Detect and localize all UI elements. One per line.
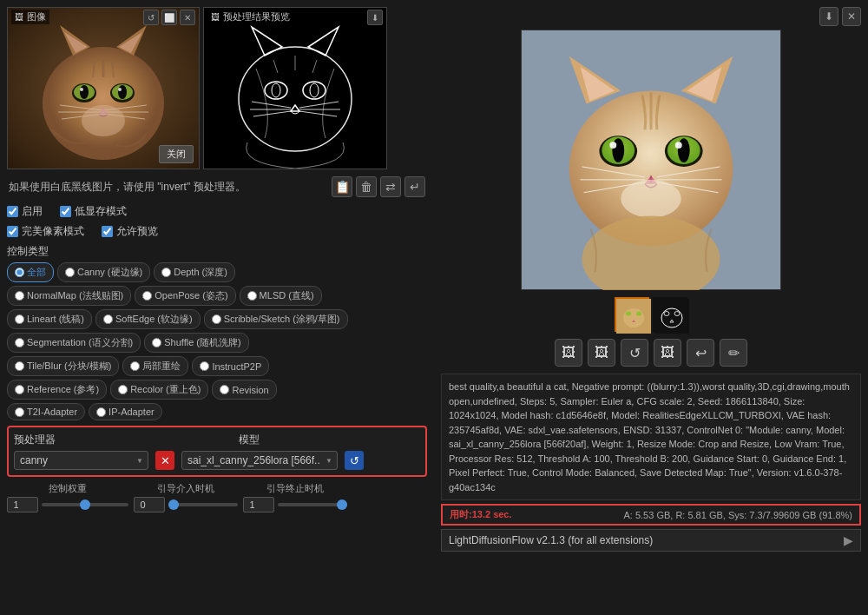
copy-icon[interactable]: 📋	[332, 176, 352, 197]
download-icon[interactable]: ⬜	[161, 10, 177, 25]
download-result-icon[interactable]: ⬇	[819, 7, 838, 26]
weight-label: 控制权重	[7, 482, 128, 495]
radio-tile-blur[interactable]: Tile/Blur (分块/模糊)	[7, 356, 119, 376]
svg-point-65	[623, 308, 644, 327]
radio-normalmap[interactable]: NormalMap (法线贴图)	[7, 286, 131, 306]
enable-checkbox[interactable]: 启用	[7, 204, 43, 219]
radio-t2i[interactable]: T2I-Adapter	[7, 403, 85, 420]
radio-row-4: Segmentation (语义分割) Shuffle (随机洗牌)	[7, 333, 427, 353]
radio-reference[interactable]: Reference (参考)	[7, 380, 107, 400]
svg-point-15	[80, 88, 83, 91]
radio-row-7: T2I-Adapter IP-Adapter	[7, 403, 427, 420]
radio-row-1: 全部 Canny (硬边缘) Depth (深度)	[7, 262, 427, 282]
svg-point-66	[626, 312, 631, 316]
refresh-model-button[interactable]: ↺	[345, 451, 364, 470]
radio-row-2: NormalMap (法线贴图) OpenPose (姿态) MLSD (直线)	[7, 286, 427, 306]
end-slider-group: 引导终止时机	[243, 482, 347, 512]
start-label: 引导介入时机	[134, 482, 238, 495]
sliders-row: 控制权重 引导介入时机 引导终止时机	[7, 482, 427, 512]
preprocessor-select[interactable]: canny	[14, 451, 148, 470]
radio-all[interactable]: 全部	[7, 262, 54, 282]
perfect-pixel-checkbox[interactable]: 完美像素模式	[7, 224, 84, 239]
radio-mlsd[interactable]: MLSD (直线)	[240, 286, 322, 306]
thumbnail-cat[interactable]	[615, 297, 649, 332]
radio-lineart[interactable]: Lineart (线稿)	[7, 309, 92, 329]
svg-point-62	[621, 180, 681, 218]
footer-bar: LightDiffusionFlow v2.1.3 (for all exten…	[441, 529, 861, 552]
zip-icon[interactable]: ↩	[687, 339, 714, 367]
radio-softedge[interactable]: SoftEdge (软边缘)	[95, 309, 201, 329]
end-slider[interactable]	[278, 503, 347, 506]
radio-recolor[interactable]: Recolor (重上色)	[110, 380, 208, 400]
generation-info: best quality,a beautiful a cat, Negative…	[441, 374, 861, 500]
svg-point-53	[675, 142, 682, 149]
footer-label: LightDiffusionFlow v2.1.3 (for all exten…	[449, 534, 653, 546]
edit-icon[interactable]: ✏	[720, 339, 747, 367]
low-vram-checkbox[interactable]: 低显存模式	[60, 204, 127, 219]
svg-point-16	[118, 88, 122, 91]
svg-point-13	[80, 85, 89, 99]
original-image-box: 🖼 图像 ↺ ⬜ ✕	[7, 7, 200, 169]
sketch-preview-box: 🖼 预处理结果预览 ⬇	[203, 7, 387, 169]
checkbox-row-2: 完美像素模式 允许预览	[7, 224, 427, 239]
original-image-controls: ↺ ⬜ ✕	[143, 10, 195, 25]
footer-triangle-icon[interactable]: ▶	[844, 533, 853, 547]
svg-point-14	[118, 85, 127, 99]
weight-number[interactable]	[7, 497, 38, 512]
thumbnail-sketch[interactable]	[653, 297, 687, 332]
model-select[interactable]: sai_xl_canny_256lora [566f...	[181, 451, 338, 470]
start-slider-group: 引导介入时机	[134, 482, 238, 512]
svg-rect-69	[654, 299, 689, 334]
end-number[interactable]	[243, 497, 274, 512]
swap-icon[interactable]: ⇄	[380, 176, 401, 197]
radio-row-5: Tile/Blur (分块/模糊) 局部重绘 InstructP2P	[7, 356, 427, 376]
radio-scribble[interactable]: Scribble/Sketch (涂鸦/草图)	[204, 309, 348, 329]
model-select-wrapper: sai_xl_canny_256lora [566f...	[181, 451, 338, 470]
send-to-inpaint-icon[interactable]: 🖼	[588, 339, 615, 367]
action-icons-row: 🖼 🖼 ↺ 🖼 ↩ ✏	[441, 339, 861, 367]
close-button[interactable]: 关闭	[159, 145, 194, 163]
control-type-label: 控制类型	[7, 244, 427, 259]
send-to-extras-icon[interactable]: ↺	[621, 339, 648, 367]
radio-shuffle[interactable]: Shuffle (随机洗牌)	[144, 333, 248, 353]
weight-slider[interactable]	[42, 503, 128, 506]
checkbox-row: 启用 低显存模式	[7, 204, 427, 219]
svg-rect-25	[204, 8, 386, 169]
original-cat-image: 关闭	[8, 8, 199, 169]
radio-instructp2p[interactable]: InstructP2P	[192, 356, 269, 376]
download-sketch-icon[interactable]: ⬇	[367, 10, 383, 25]
start-number[interactable]	[134, 497, 165, 512]
preprocessor-label: 预处理器	[14, 433, 195, 447]
original-image-title: 🖼 图像	[11, 10, 49, 24]
trash-icon[interactable]: 🗑	[356, 176, 377, 197]
svg-point-24	[82, 105, 125, 136]
save-icon[interactable]: 🖼	[654, 339, 681, 367]
model-label: 模型	[239, 433, 420, 447]
clear-preprocessor-button[interactable]: ✕	[155, 451, 174, 470]
select-row: canny ✕ sai_xl_canny_256lora [566f... ↺	[14, 451, 420, 470]
radio-depth[interactable]: Depth (深度)	[154, 262, 235, 282]
radio-openpose[interactable]: OpenPose (姿态)	[135, 286, 235, 306]
left-panel: 🖼 图像 ↺ ⬜ ✕	[0, 0, 434, 615]
svg-point-67	[636, 312, 641, 316]
radio-inpaint[interactable]: 局部重绘	[122, 356, 188, 376]
image-preview-row: 🖼 图像 ↺ ⬜ ✕	[7, 7, 427, 169]
allow-preview-checkbox[interactable]: 允许预览	[102, 224, 158, 239]
send-to-img2img-icon[interactable]: 🖼	[555, 339, 582, 367]
weight-slider-group: 控制权重	[7, 482, 128, 512]
right-top-controls: ⬇ ✕	[441, 7, 861, 26]
radio-canny[interactable]: Canny (硬边缘)	[57, 262, 150, 282]
preprocessor-model-box: 预处理器 模型 canny ✕ sai_xl_canny_256lora [56…	[7, 426, 427, 477]
radio-revision[interactable]: Revision	[212, 380, 276, 400]
radio-ip-adapter[interactable]: IP-Adapter	[89, 403, 162, 420]
close-result-icon[interactable]: ✕	[842, 7, 861, 26]
time-label: 用时:13.2 sec.	[450, 508, 512, 521]
preprocessor-select-wrapper: canny	[14, 451, 148, 470]
start-slider[interactable]	[168, 503, 238, 506]
expand-icon[interactable]: ✕	[180, 10, 195, 25]
radio-segmentation[interactable]: Segmentation (语义分割)	[7, 333, 141, 353]
right-panel: ⬇ ✕	[434, 0, 868, 615]
refresh-icon[interactable]: ↺	[143, 10, 159, 25]
memory-label: A: 5.53 GB, R: 5.81 GB, Sys: 7.3/7.99609…	[623, 510, 852, 520]
send-icon[interactable]: ↵	[404, 176, 425, 197]
